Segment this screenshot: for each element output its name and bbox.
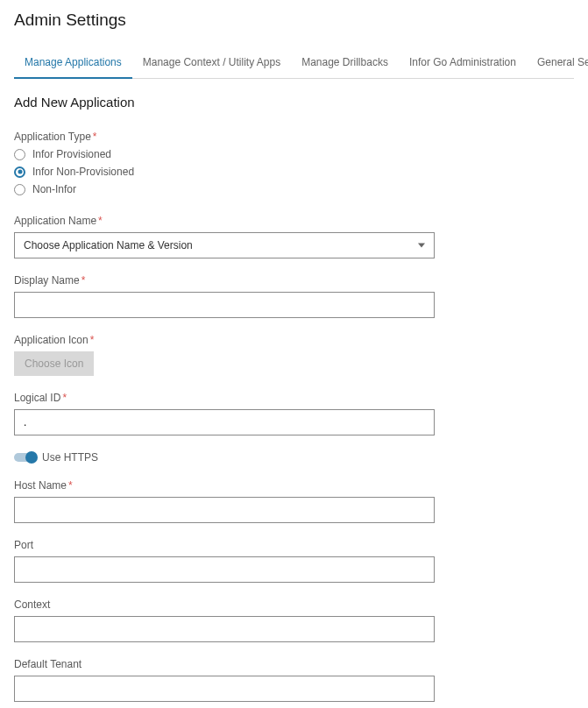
tab-manage-applications[interactable]: Manage Applications <box>14 49 132 79</box>
radio-label: Infor Provisioned <box>32 148 111 160</box>
radio-non-infor[interactable]: Non-Infor <box>14 183 574 195</box>
radio-label: Infor Non-Provisioned <box>32 166 134 178</box>
toggle-knob-icon <box>25 451 38 464</box>
port-label: Port <box>14 539 574 551</box>
tab-manage-context-utility[interactable]: Manage Context / Utility Apps <box>132 49 291 79</box>
logical-id-input[interactable] <box>14 409 435 435</box>
use-https-toggle[interactable] <box>14 453 35 462</box>
tab-manage-drillbacks[interactable]: Manage Drillbacks <box>291 49 399 79</box>
radio-label: Non-Infor <box>32 183 76 195</box>
host-name-input[interactable] <box>14 497 435 523</box>
display-name-label: Display Name* <box>14 274 574 287</box>
default-tenant-input[interactable] <box>14 676 435 702</box>
page-title: Admin Settings <box>14 11 574 30</box>
radio-infor-non-provisioned[interactable]: Infor Non-Provisioned <box>14 166 574 178</box>
tab-general-settings[interactable]: General Settings <box>527 49 588 79</box>
host-name-label: Host Name* <box>14 479 574 492</box>
radio-icon <box>14 149 25 160</box>
application-name-select[interactable]: Choose Application Name & Version <box>14 232 435 258</box>
tab-infor-go-admin[interactable]: Infor Go Administration <box>399 49 527 79</box>
application-name-label: Application Name* <box>14 215 574 227</box>
default-tenant-label: Default Tenant <box>14 658 574 670</box>
context-label: Context <box>14 598 574 611</box>
radio-icon <box>14 184 25 195</box>
use-https-label: Use HTTPS <box>42 451 98 464</box>
select-value: Choose Application Name & Version <box>24 239 193 251</box>
display-name-input[interactable] <box>14 292 435 318</box>
tabs: Manage Applications Manage Context / Uti… <box>14 49 574 79</box>
choose-icon-button[interactable]: Choose Icon <box>14 351 94 376</box>
chevron-down-icon <box>418 244 425 248</box>
application-type-label: Application Type* <box>14 131 574 143</box>
section-title: Add New Application <box>14 95 574 110</box>
radio-infor-provisioned[interactable]: Infor Provisioned <box>14 148 574 160</box>
port-input[interactable] <box>14 556 435 583</box>
application-icon-label: Application Icon* <box>14 334 574 346</box>
radio-icon <box>14 166 25 178</box>
logical-id-label: Logical ID* <box>14 392 574 404</box>
context-input[interactable] <box>14 616 435 642</box>
